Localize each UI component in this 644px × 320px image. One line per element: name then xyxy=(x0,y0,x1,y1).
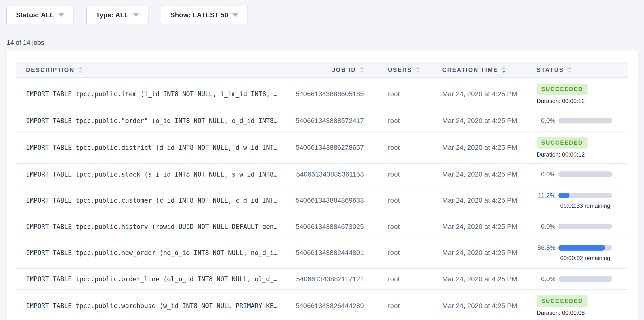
job-status-cell: SUCCEEDED Duration: 00:00:12 xyxy=(529,84,628,105)
sort-icon xyxy=(360,67,364,73)
column-label: USERS xyxy=(388,67,412,73)
job-description-cell: IMPORT TABLE tpcc.public.new_order (no_o… xyxy=(16,249,291,256)
progress-percent: 0.0% xyxy=(537,223,556,230)
table-row[interactable]: IMPORT TABLE tpcc.public."order" (o_id I… xyxy=(16,110,628,132)
progress-percent: 0.0% xyxy=(537,170,556,178)
progress-bar xyxy=(558,193,612,198)
type-filter-label: Type: ALL xyxy=(96,11,128,19)
progress-bar xyxy=(558,276,612,282)
status-filter-label: Status: ALL xyxy=(16,11,54,19)
column-header-creation-time[interactable]: CREATION TIME xyxy=(434,67,529,73)
progress-percent: 11.2% xyxy=(537,192,556,199)
job-description-link[interactable]: IMPORT TABLE tpcc.public."order" (o_id I… xyxy=(26,117,286,124)
job-status-cell: 0.0% xyxy=(529,275,628,283)
job-description-cell: IMPORT TABLE tpcc.public.item (i_id INT8… xyxy=(16,90,291,98)
job-description-cell: IMPORT TABLE tpcc.public.warehouse (w_id… xyxy=(16,302,291,309)
job-description-link[interactable]: IMPORT TABLE tpcc.public.item (i_id INT8… xyxy=(26,90,286,98)
status-duration: Duration: 00:00:12 xyxy=(537,98,628,105)
job-user: root xyxy=(368,197,434,204)
job-description-link[interactable]: IMPORT TABLE tpcc.public.customer (c_id … xyxy=(26,197,286,204)
progress-bar xyxy=(558,118,612,123)
table-row[interactable]: IMPORT TABLE tpcc.public.district (d_id … xyxy=(16,132,628,164)
table-header: DESCRIPTION JOB ID USERS CREATION TIME S… xyxy=(16,62,628,78)
progress-bar xyxy=(558,171,612,177)
job-description-link[interactable]: IMPORT TABLE tpcc.public.warehouse (w_id… xyxy=(26,302,286,309)
progress-percent: 0.0% xyxy=(537,275,556,283)
job-user: root xyxy=(368,302,434,310)
type-filter-dropdown[interactable]: Type: ALL xyxy=(86,6,148,24)
progress-percent: 0.0% xyxy=(537,117,556,124)
chevron-down-icon xyxy=(58,14,64,17)
status-duration: Duration: 00:00:08 xyxy=(537,309,628,316)
jobs-count: 14 of 14 jobs xyxy=(6,39,44,47)
status-badge: SUCCEEDED xyxy=(537,295,588,307)
job-creation-time: Mar 24, 2020 at 4:25 PM xyxy=(434,249,529,257)
table-row[interactable]: IMPORT TABLE tpcc.public.warehouse (w_id… xyxy=(16,290,628,320)
status-duration: Duration: 00:00:12 xyxy=(537,151,628,158)
column-header-job-id[interactable]: JOB ID xyxy=(291,67,368,73)
filter-bar: Status: ALL Type: ALL Show: LATEST 50 xyxy=(6,6,248,24)
table-row[interactable]: IMPORT TABLE tpcc.public.stock (s_i_id I… xyxy=(16,164,628,185)
job-description-cell: IMPORT TABLE tpcc.public.stock (s_i_id I… xyxy=(16,171,291,178)
table-row[interactable]: IMPORT TABLE tpcc.public.order_line (ol_… xyxy=(16,269,628,290)
job-creation-time: Mar 24, 2020 at 4:25 PM xyxy=(434,197,529,204)
job-user: root xyxy=(368,117,434,125)
progress-bar xyxy=(558,245,612,251)
job-id: 540661343826444289 xyxy=(291,302,368,310)
job-id: 540661343884673025 xyxy=(291,223,368,231)
job-status-cell: 86.8% 00:00:02 remaining xyxy=(529,244,628,261)
column-label: CREATION TIME xyxy=(442,67,498,73)
chevron-down-icon xyxy=(232,14,238,17)
job-id: 540661343888572417 xyxy=(291,117,368,125)
table-row[interactable]: IMPORT TABLE tpcc.public.item (i_id INT8… xyxy=(16,78,628,110)
sort-icon xyxy=(416,67,420,73)
job-description-link[interactable]: IMPORT TABLE tpcc.public.new_order (no_o… xyxy=(26,249,286,256)
status-badge: SUCCEEDED xyxy=(537,84,588,95)
job-description-cell: IMPORT TABLE tpcc.public.customer (c_id … xyxy=(16,197,291,204)
table-row[interactable]: IMPORT TABLE tpcc.public.customer (c_id … xyxy=(16,185,628,216)
job-user: root xyxy=(368,223,434,231)
sort-icon xyxy=(568,67,572,73)
progress-bar xyxy=(558,224,612,229)
job-user: root xyxy=(368,170,434,178)
column-label: JOB ID xyxy=(332,67,356,73)
column-label: DESCRIPTION xyxy=(26,67,74,73)
job-creation-time: Mar 24, 2020 at 4:25 PM xyxy=(434,275,529,283)
show-filter-label: Show: LATEST 50 xyxy=(170,11,228,19)
sort-icon xyxy=(78,67,82,73)
job-creation-time: Mar 24, 2020 at 4:25 PM xyxy=(434,144,529,151)
job-description-cell: IMPORT TABLE tpcc.public.order_line (ol_… xyxy=(16,275,291,283)
table-row[interactable]: IMPORT TABLE tpcc.public.history (rowid … xyxy=(16,216,628,237)
job-creation-time: Mar 24, 2020 at 4:25 PM xyxy=(434,223,529,231)
job-creation-time: Mar 24, 2020 at 4:25 PM xyxy=(434,170,529,178)
job-description-cell: IMPORT TABLE tpcc.public.district (d_id … xyxy=(16,144,291,151)
job-user: root xyxy=(368,249,434,257)
job-description-link[interactable]: IMPORT TABLE tpcc.public.stock (s_i_id I… xyxy=(26,171,286,178)
job-id: 540661343882444801 xyxy=(291,249,368,257)
job-status-cell: 0.0% xyxy=(529,223,628,230)
progress-remaining: 00:02:33 remaining xyxy=(558,202,612,209)
column-header-status[interactable]: STATUS xyxy=(529,67,628,73)
job-id: 540661343884869633 xyxy=(291,197,368,204)
sort-icon xyxy=(502,67,506,73)
job-description-link[interactable]: IMPORT TABLE tpcc.public.district (d_id … xyxy=(26,144,286,151)
job-creation-time: Mar 24, 2020 at 4:25 PM xyxy=(434,302,529,310)
progress-percent: 86.8% xyxy=(537,244,556,251)
job-status-cell: SUCCEEDED Duration: 00:00:08 xyxy=(529,295,628,316)
job-user: root xyxy=(368,144,434,151)
job-user: root xyxy=(368,275,434,283)
jobs-table-card: DESCRIPTION JOB ID USERS CREATION TIME S… xyxy=(6,50,638,320)
job-id: 540661343886278657 xyxy=(291,144,368,151)
table-row[interactable]: IMPORT TABLE tpcc.public.new_order (no_o… xyxy=(16,237,628,269)
job-description-cell: IMPORT TABLE tpcc.public.history (rowid … xyxy=(16,223,291,230)
progress-fill xyxy=(558,245,605,251)
chevron-down-icon xyxy=(133,14,139,17)
job-description-link[interactable]: IMPORT TABLE tpcc.public.history (rowid … xyxy=(26,223,286,230)
column-header-users[interactable]: USERS xyxy=(368,67,434,73)
show-filter-dropdown[interactable]: Show: LATEST 50 xyxy=(161,6,248,24)
status-filter-dropdown[interactable]: Status: ALL xyxy=(6,6,74,24)
column-header-description[interactable]: DESCRIPTION xyxy=(16,67,291,73)
job-description-link[interactable]: IMPORT TABLE tpcc.public.order_line (ol_… xyxy=(26,275,286,283)
jobs-table: DESCRIPTION JOB ID USERS CREATION TIME S… xyxy=(16,62,628,320)
progress-fill xyxy=(558,193,570,198)
